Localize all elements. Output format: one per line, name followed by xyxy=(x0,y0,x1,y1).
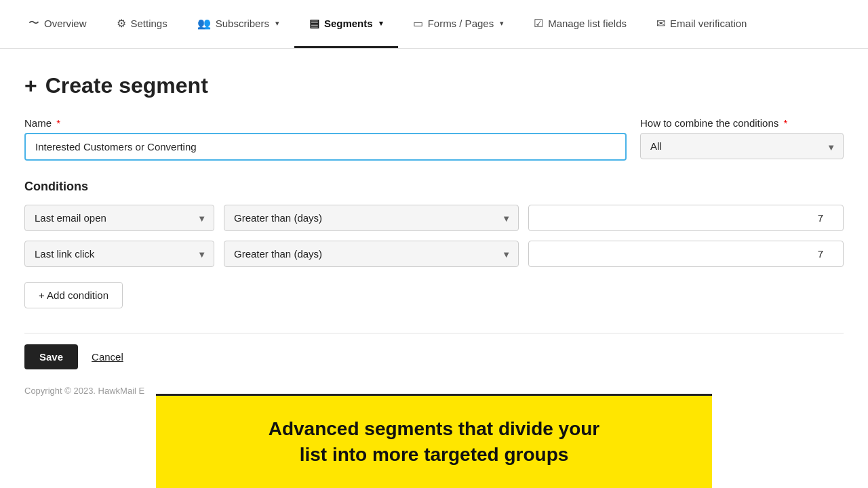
nav-icon: ✉ xyxy=(656,17,665,30)
segment-name-input[interactable] xyxy=(24,133,627,161)
conditions-heading: Conditions xyxy=(24,180,844,194)
nav-label: Subscribers xyxy=(216,18,269,29)
nav-icon: ⚙ xyxy=(117,17,126,30)
copyright: Copyright © 2023. HawkMail E xyxy=(24,378,844,396)
condition-type-select-0[interactable]: Last email openLast link clickEmail acti… xyxy=(24,205,214,231)
condition-operator-select-0[interactable]: Greater than (days)Less than (days)Equal… xyxy=(224,205,519,231)
nav-icon: ☑ xyxy=(534,17,543,30)
name-label: Name xyxy=(24,117,52,129)
condition-operator-select-1[interactable]: Greater than (days)Less than (days)Equal… xyxy=(224,241,519,267)
condition-type-select-1[interactable]: Last email openLast link clickEmail acti… xyxy=(24,241,214,267)
page-title-plus: + xyxy=(24,73,37,98)
combine-required: * xyxy=(783,117,787,129)
condition-type-wrapper-1: Last email openLast link clickEmail acti… xyxy=(24,241,214,267)
condition-value-input-0[interactable] xyxy=(528,205,844,231)
footer-actions: Save Cancel xyxy=(24,333,844,378)
nav-label: Forms / Pages xyxy=(428,18,494,29)
top-nav: 〜Overview⚙Settings👥Subscribers▾▤Segments… xyxy=(0,0,868,49)
condition-value-input-1[interactable] xyxy=(528,241,844,267)
page-title: + Create segment xyxy=(24,73,844,98)
nav-item-settings[interactable]: ⚙Settings xyxy=(102,0,182,48)
save-button[interactable]: Save xyxy=(24,344,78,369)
nav-icon: ▤ xyxy=(309,17,319,30)
condition-row: Last email openLast link clickEmail acti… xyxy=(24,205,844,231)
nav-label: Settings xyxy=(131,18,167,29)
nav-icon: 👥 xyxy=(197,17,211,30)
nav-item-forms---pages[interactable]: ▭Forms / Pages▾ xyxy=(398,0,519,48)
nav-icon: 〜 xyxy=(28,16,39,30)
condition-operator-wrapper-1: Greater than (days)Less than (days)Equal… xyxy=(224,241,519,267)
nav-chevron-icon: ▾ xyxy=(379,19,383,28)
nav-item-segments[interactable]: ▤Segments▾ xyxy=(294,0,398,48)
nav-chevron-icon: ▾ xyxy=(500,19,504,28)
condition-type-wrapper-0: Last email openLast link clickEmail acti… xyxy=(24,205,214,231)
name-required: * xyxy=(56,117,60,129)
condition-operator-wrapper-0: Greater than (days)Less than (days)Equal… xyxy=(224,205,519,231)
condition-row: Last email openLast link clickEmail acti… xyxy=(24,241,844,267)
nav-label: Manage list fields xyxy=(548,18,627,29)
combine-select[interactable]: AllAny xyxy=(640,133,844,159)
promo-banner: Advanced segments that divide your list … xyxy=(156,394,712,396)
nav-label: Overview xyxy=(44,18,87,29)
nav-item-subscribers[interactable]: 👥Subscribers▾ xyxy=(182,0,294,48)
cancel-link[interactable]: Cancel xyxy=(92,351,123,363)
nav-label: Segments xyxy=(324,18,373,29)
nav-chevron-icon: ▾ xyxy=(275,19,279,28)
nav-item-email-verification[interactable]: ✉Email verification xyxy=(642,0,762,48)
page-title-text: Create segment xyxy=(45,73,208,98)
nav-label: Email verification xyxy=(670,18,747,29)
combine-label: How to combine the conditions xyxy=(640,117,778,129)
add-condition-button[interactable]: + Add condition xyxy=(24,282,123,308)
nav-item-overview[interactable]: 〜Overview xyxy=(14,0,102,48)
nav-icon: ▭ xyxy=(413,17,423,30)
nav-item-manage-list-fields[interactable]: ☑Manage list fields xyxy=(519,0,642,48)
